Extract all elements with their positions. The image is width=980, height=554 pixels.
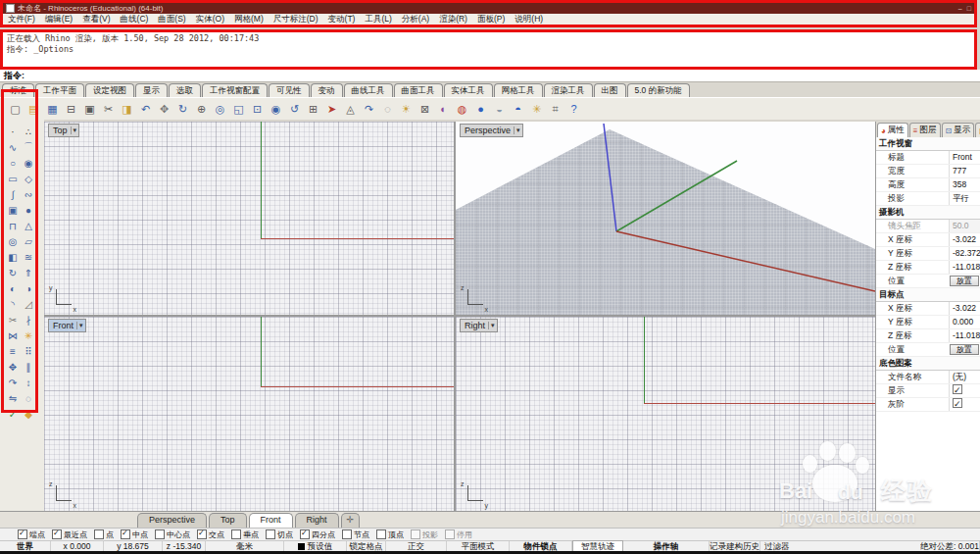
osnap-toggle[interactable]: 垂点 — [231, 529, 259, 540]
checkbox[interactable] — [155, 529, 165, 539]
save-icon[interactable]: ▦ — [44, 101, 61, 118]
checkbox[interactable] — [445, 529, 455, 539]
property-value[interactable]: -82.372 — [949, 247, 980, 260]
new-file-icon[interactable]: ▢ — [7, 101, 24, 118]
menu-item[interactable]: 渲染(R) — [434, 14, 472, 25]
shaded-viewport-icon[interactable]: ● — [472, 101, 489, 118]
property-value[interactable]: 放置 — [950, 276, 979, 286]
property-value[interactable] — [949, 384, 980, 397]
menu-item[interactable]: 曲面(S) — [153, 14, 190, 25]
menu-item[interactable]: 面板(P) — [472, 14, 510, 25]
point-cloud-icon[interactable]: ∴ — [21, 124, 36, 139]
toolbar-tab[interactable]: 选取 — [169, 83, 201, 97]
property-value[interactable]: -3.022 — [949, 302, 980, 315]
viewport-tab[interactable]: Right — [295, 513, 339, 528]
checkbox[interactable] — [52, 529, 62, 539]
menu-item[interactable]: 曲线(C) — [116, 14, 154, 25]
minimize-button[interactable]: – — [958, 5, 962, 12]
checkbox[interactable] — [18, 529, 27, 539]
filter-icon[interactable]: ◆ — [21, 406, 36, 422]
status-segment[interactable]: z -15.340 — [163, 541, 206, 551]
status-segment[interactable]: 毫米 — [206, 541, 284, 551]
property-value[interactable]: -11.018 — [949, 329, 980, 342]
cone-icon[interactable]: △ — [21, 218, 36, 233]
helix-icon[interactable]: ∾ — [21, 186, 36, 202]
toolbar-tab[interactable]: 变动 — [311, 83, 343, 97]
circle-icon[interactable]: ○ — [5, 155, 21, 171]
osnap-toggle[interactable]: 四分点 — [300, 529, 335, 540]
viewport-tab[interactable]: Front — [249, 513, 293, 528]
sphere-icon[interactable]: ● — [21, 202, 36, 218]
osnap-toggle[interactable]: 切点 — [266, 529, 293, 540]
freeform-curve-icon[interactable]: ∫ — [5, 186, 21, 202]
loft-icon[interactable]: ≋ — [21, 249, 36, 265]
viewport-tab[interactable]: Perspective — [137, 513, 207, 528]
options-icon[interactable]: ✳ — [528, 101, 545, 118]
chamfer-icon[interactable]: ◿ — [21, 296, 36, 312]
help-icon[interactable]: ? — [565, 101, 582, 118]
menu-item[interactable]: 说明(H) — [510, 14, 548, 25]
box-icon[interactable]: ▣ — [5, 202, 21, 218]
toolbar-tab[interactable]: 出图 — [594, 83, 626, 97]
property-value[interactable]: 放置 — [950, 344, 979, 355]
plane-icon[interactable]: ▱ — [21, 233, 36, 249]
toolbar-tab[interactable]: 5.0 的新功能 — [627, 83, 690, 97]
property-value[interactable]: 平行 — [949, 192, 980, 205]
panel-tab-display[interactable]: ⊡ 显示 — [942, 123, 975, 137]
command-history[interactable]: 正在载入 Rhino 渲染, 版本 1.50, Sep 28 2012, 00:… — [3, 32, 974, 56]
maximize-button[interactable]: □ — [967, 5, 971, 12]
menu-item[interactable]: 工具(L) — [360, 14, 396, 25]
status-segment[interactable]: 世界 — [0, 541, 51, 551]
checkbox[interactable] — [231, 529, 241, 539]
property-value[interactable]: -3.022 — [949, 233, 980, 246]
arc-icon[interactable]: ⌒ — [21, 139, 36, 155]
ghosted-viewport-icon[interactable]: ◒ — [491, 101, 508, 118]
status-segment[interactable]: 正交 — [386, 541, 447, 551]
pan-view-icon[interactable]: ✥ — [156, 101, 172, 118]
checkbox[interactable] — [342, 529, 352, 539]
checkbox[interactable] — [121, 529, 130, 539]
osnap-toggle[interactable]: 投影 — [411, 529, 438, 540]
checkbox[interactable] — [94, 529, 104, 539]
menu-item[interactable]: 查看(V) — [77, 14, 115, 25]
print-icon[interactable]: ⊟ — [63, 101, 79, 118]
rotate-view-icon[interactable]: ↻ — [174, 101, 191, 118]
viewport-menu-arrow-icon[interactable]: ▾ — [514, 126, 520, 134]
viewport-right[interactable]: Right ▾ z y — [456, 317, 875, 511]
toolbar-tab[interactable]: 曲面工具 — [394, 83, 443, 97]
property-value[interactable]: 777 — [949, 165, 980, 177]
display-mode-icon[interactable]: ◐ — [435, 101, 452, 118]
status-segment[interactable]: x 0.000 — [51, 541, 104, 551]
surface-icon[interactable]: ◧ — [5, 249, 21, 265]
copy-tool-icon[interactable]: ∥ — [21, 359, 36, 375]
checkbox[interactable] — [376, 529, 386, 539]
hide-objects-icon[interactable]: ◌ — [379, 101, 396, 118]
property-value[interactable] — [949, 398, 980, 411]
toolbar-tab[interactable]: 可见性 — [269, 83, 310, 97]
toolbar-tab[interactable]: 显示 — [135, 83, 168, 97]
status-segment[interactable]: 物件锁点 — [510, 541, 572, 551]
menu-item[interactable]: 编辑(E) — [40, 14, 77, 25]
zoom-window-icon[interactable]: ◱ — [230, 101, 247, 118]
toolbar-tab[interactable]: 工作视窗配置 — [202, 83, 268, 97]
set-view-icon[interactable]: ➤ — [323, 101, 340, 118]
cut-icon[interactable]: ✂ — [100, 101, 117, 118]
rotate-tool-icon[interactable]: ↷ — [5, 375, 21, 390]
zoom-dynamic-icon[interactable]: ◎ — [212, 101, 228, 118]
menu-item[interactable]: 尺寸标注(D) — [269, 14, 323, 25]
status-segment[interactable]: 操作轴 — [623, 541, 710, 551]
viewport-tab[interactable]: Top — [209, 513, 247, 528]
redo-view-icon[interactable]: ↷ — [361, 101, 377, 118]
status-segment[interactable]: 记录建构历史 — [710, 541, 760, 551]
toolbar-tab[interactable]: 曲线工具 — [344, 83, 393, 97]
osnap-toggle[interactable]: 中点 — [121, 529, 148, 540]
viewport-title-front[interactable]: Front ▾ — [48, 319, 86, 332]
color-wheel-icon[interactable]: ◍ — [454, 101, 470, 118]
viewport-title-right[interactable]: Right ▾ — [460, 319, 498, 332]
property-value[interactable]: 0.000 — [949, 316, 980, 328]
osnap-toggle[interactable]: 交点 — [197, 529, 224, 540]
zoom-extents-icon[interactable]: ⊡ — [249, 101, 266, 118]
fillet-icon[interactable]: ◝ — [5, 296, 21, 312]
toolbar-tab[interactable]: 工作平面 — [35, 83, 84, 97]
grid-snap-tool-icon[interactable]: ⌗ — [547, 101, 564, 118]
